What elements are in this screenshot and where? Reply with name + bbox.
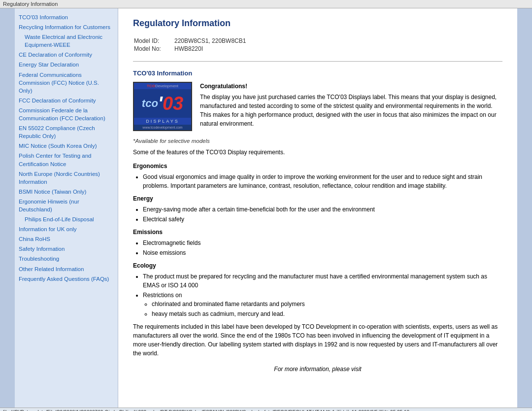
sidebar-item-philips-disposal[interactable]: Philips End-of-Life Disposal [19, 215, 114, 223]
right-decorative-panel [517, 8, 532, 408]
ecology-sub-item-1: chlorinated and brominated flame retarda… [152, 300, 502, 308]
sidebar-item-ce[interactable]: CE Declaration of Conformity [19, 51, 114, 59]
ergonomics-list: Good visual ergonomics and image quality… [133, 172, 502, 190]
tco-paragraph: The requirements included in this label … [133, 322, 502, 358]
sidebar-item-fcc[interactable]: Federal Communications Commission (FCC) … [19, 71, 114, 95]
model-id-label: Model ID: [134, 37, 173, 44]
energy-item-1: Energy-saving mode after a certain time-… [143, 205, 502, 214]
ecology-item-1: The product must be prepared for recycli… [143, 272, 502, 290]
sidebar-item-tco03[interactable]: TCO'03 Information [19, 13, 114, 21]
page-title: Regulatory Information [133, 18, 502, 29]
left-decorative-panel [0, 8, 15, 408]
main-content: Regulatory Information Model ID: 220BW8C… [118, 8, 517, 408]
title-bar-text: Regulatory Information [3, 1, 58, 7]
energy-list: Energy-saving mode after a certain time-… [133, 205, 502, 224]
title-bar: Regulatory Information [0, 0, 532, 8]
sidebar-item-en55022[interactable]: EN 55022 Compliance (Czech Republic Only… [19, 124, 114, 140]
sidebar-item-safety[interactable]: Safety Information [19, 245, 114, 253]
some-features: Some of the features of the TCO'03 Displ… [133, 149, 502, 156]
ecology-item-2: Restrictions on chlorinated and brominat… [143, 291, 502, 318]
sidebar-item-ergonomie[interactable]: Ergonomie Hinweis (nur Deutschland) [19, 198, 114, 213]
sidebar-item-china-rohs[interactable]: China RoHS [19, 235, 114, 243]
model-id-value: 220BW8CS1, 220BW8CB1 [174, 37, 246, 44]
status-bar: file:///P|/P_translate/File/C9/2008/1/C9… [0, 408, 532, 411]
tco-info-box: TCODevelopment tco ' 03 DISPLAYS www.tco… [133, 82, 502, 131]
ergonomics-title: Ergonomics [133, 163, 502, 170]
tco-logo-top-text: TCODevelopment [134, 83, 191, 89]
sidebar-item-bsmi[interactable]: BSMI Notice (Taiwan Only) [19, 188, 114, 196]
sidebar-item-recycling[interactable]: Recycling Information for Customers [19, 23, 114, 31]
energy-item-2: Electrical safety [143, 215, 502, 224]
model-info-table: Model ID: 220BW8CS1, 220BW8CB1 Model No:… [133, 36, 247, 53]
tco-logo-displays: DISPLAYS [134, 118, 191, 125]
tco-logo: TCODevelopment tco ' 03 DISPLAYS www.tco… [133, 82, 192, 131]
congratulations-title: Congratulations! [200, 82, 502, 91]
sidebar-item-uk[interactable]: Information for UK only [19, 225, 114, 233]
emissions-item-2: Noise emissions [143, 248, 502, 257]
sidebar-item-troubleshooting[interactable]: Troubleshooting [19, 255, 114, 263]
sidebar-item-fcc-conformity[interactable]: FCC Declaration of Conformity [19, 97, 114, 104]
emissions-list: Electromagnetic fields Noise emissions [133, 239, 502, 257]
tco-logo-url: www.tcodevelopment.com [134, 125, 191, 130]
sidebar-item-weee[interactable]: Waste Electrical and Electronic Equipmen… [19, 33, 114, 49]
ecology-title: Ecology [133, 262, 502, 269]
emissions-item-1: Electromagnetic fields [143, 239, 502, 247]
sidebar-item-polish[interactable]: Polish Center for Testing and Certificat… [19, 152, 114, 168]
sidebar-item-other[interactable]: Other Related Information [19, 265, 114, 273]
congratulations-body: The display you have just purchased carr… [200, 94, 497, 127]
sidebar-item-faqs[interactable]: Frequently Asked Questions (FAQs) [19, 275, 114, 283]
tco-section-title: TCO'03 Information [133, 69, 502, 77]
tco-description: Congratulations! The display you have ju… [200, 82, 502, 131]
ecology-list: The product must be prepared for recycli… [133, 272, 502, 318]
divider [133, 61, 502, 62]
ergonomics-item-1: Good visual ergonomics and image quality… [143, 172, 502, 190]
available-note: *Available for selective models [133, 138, 502, 144]
sidebar-item-mic[interactable]: MIC Notice (South Korea Only) [19, 142, 114, 150]
footer-note: For more information, please visit [133, 366, 502, 373]
sidebar-item-energy-star[interactable]: Energy Star Declaration [19, 61, 114, 68]
ecology-sub-list: chlorinated and brominated flame retarda… [143, 300, 502, 318]
energy-title: Energy [133, 195, 502, 202]
sidebar-item-commission[interactable]: Commission Federale de la Communication … [19, 106, 114, 122]
emissions-title: Emissions [133, 229, 502, 236]
ecology-sub-item-2: heavy metals such as cadmium, mercury an… [152, 309, 502, 318]
model-no-value: HWB8220I [174, 45, 246, 52]
sidebar-item-nordic[interactable]: North Europe (Nordic Countries) Informat… [19, 170, 114, 186]
model-no-label: Model No: [134, 45, 173, 52]
sidebar: TCO'03 Information Recycling Information… [15, 8, 118, 408]
